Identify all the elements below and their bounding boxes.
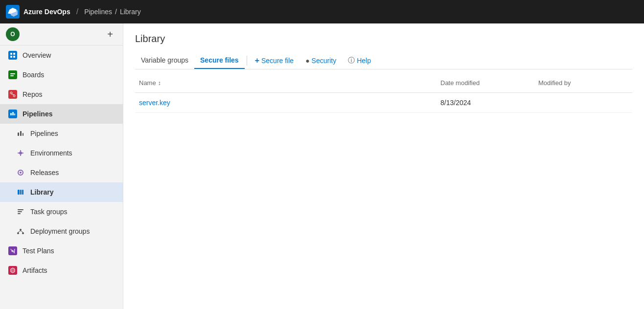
svg-point-7 [13, 95, 15, 97]
breadcrumb-sep-2: / [115, 8, 117, 16]
svg-rect-1 [13, 53, 15, 55]
svg-rect-13 [20, 131, 22, 136]
svg-point-28 [20, 229, 22, 231]
svg-point-29 [17, 232, 19, 234]
deployment-groups-icon [16, 226, 25, 236]
help-icon: ⓘ [348, 56, 355, 65]
svg-rect-19 [22, 153, 23, 154]
svg-point-21 [20, 172, 22, 174]
environments-icon [16, 148, 25, 158]
task-groups-icon [16, 207, 25, 217]
col-header-modified-by: Modified by [534, 77, 632, 88]
artifacts-icon [8, 265, 18, 275]
breadcrumb-sep-1: / [76, 7, 78, 16]
tab-variable-groups[interactable]: Variable groups [135, 52, 194, 69]
svg-rect-2 [10, 56, 12, 58]
boards-icon [8, 70, 18, 80]
sidebar-item-test-plans[interactable]: Test Plans [0, 241, 123, 261]
svg-rect-10 [12, 112, 14, 115]
topbar: Azure DevOps / Pipelines / Library [0, 0, 644, 23]
breadcrumb-pipelines[interactable]: Pipelines [84, 8, 112, 16]
content-area: Library Variable groups Secure files + S… [123, 23, 644, 309]
svg-rect-18 [18, 153, 19, 154]
sidebar-item-pipelines-group-label: Pipelines [23, 110, 52, 118]
tab-secure-files[interactable]: Secure files [194, 52, 245, 69]
tab-divider [247, 56, 247, 66]
tab-add-secure-file[interactable]: + Secure file [249, 52, 300, 69]
tab-help-label: Help [357, 57, 371, 65]
security-icon: ● [305, 57, 309, 65]
file-link[interactable]: server.key [139, 99, 170, 107]
sidebar-item-pipelines[interactable]: Pipelines [0, 124, 123, 143]
svg-rect-4 [10, 73, 15, 74]
overview-icon [8, 50, 18, 60]
row-modified-by-col [534, 95, 632, 110]
page-title: Library [135, 33, 632, 44]
row-date-value: 8/13/2024 [440, 99, 471, 107]
svg-rect-26 [18, 211, 22, 212]
svg-rect-16 [20, 150, 21, 152]
avatar[interactable]: O [6, 27, 20, 41]
svg-rect-0 [10, 53, 12, 55]
svg-rect-22 [18, 190, 20, 195]
svg-line-31 [18, 231, 21, 232]
sidebar-item-releases[interactable]: Releases [0, 163, 123, 182]
svg-rect-5 [10, 75, 14, 76]
sidebar-item-deployment-groups[interactable]: Deployment groups [0, 221, 123, 241]
svg-rect-24 [22, 190, 23, 195]
sidebar: O + Overview [0, 23, 123, 309]
azure-devops-logo[interactable] [6, 5, 20, 19]
sidebar-item-pipelines-label: Pipelines [30, 130, 58, 137]
sidebar-item-pipelines-group[interactable]: Pipelines [0, 104, 123, 124]
sidebar-item-repos-label: Repos [23, 90, 42, 98]
sidebar-item-overview-label: Overview [23, 51, 51, 59]
col-header-name[interactable]: Name ↕ [135, 77, 437, 88]
tab-security-label: Security [312, 57, 337, 65]
row-date-col: 8/13/2024 [437, 95, 534, 110]
sidebar-item-library-label: Library [30, 188, 53, 196]
svg-rect-12 [18, 132, 19, 136]
svg-rect-17 [20, 154, 21, 156]
tab-security[interactable]: ● Security [299, 53, 342, 68]
svg-rect-3 [13, 56, 15, 58]
sidebar-item-environments[interactable]: Environments [0, 143, 123, 163]
sidebar-item-overview[interactable]: Overview [0, 45, 123, 65]
row-name-col: server.key [135, 95, 437, 110]
svg-rect-25 [18, 209, 23, 210]
svg-point-6 [10, 92, 12, 94]
sidebar-item-task-groups[interactable]: Task groups [0, 202, 123, 221]
sidebar-item-artifacts-label: Artifacts [23, 266, 47, 274]
sidebar-item-releases-label: Releases [30, 169, 59, 177]
add-button[interactable]: + [103, 27, 117, 41]
svg-rect-23 [20, 190, 22, 195]
svg-rect-11 [14, 113, 15, 115]
tab-secure-file-label: Secure file [261, 57, 294, 65]
sidebar-item-boards-label: Boards [23, 71, 44, 79]
svg-rect-27 [18, 213, 21, 214]
sidebar-item-repos[interactable]: Repos [0, 85, 123, 104]
releases-icon [16, 168, 25, 177]
test-plans-icon [8, 246, 18, 256]
pipelines-icon [16, 129, 25, 138]
tab-help[interactable]: ⓘ Help [342, 52, 377, 69]
table-row: server.key 8/13/2024 [135, 93, 632, 113]
pipelines-group-icon [8, 109, 18, 119]
org-name[interactable]: Azure DevOps [23, 8, 70, 16]
sidebar-item-artifacts[interactable]: Artifacts [0, 261, 123, 280]
svg-line-8 [11, 94, 14, 95]
sidebar-item-task-groups-label: Task groups [30, 208, 67, 216]
breadcrumb-library[interactable]: Library [120, 8, 141, 16]
sidebar-item-library[interactable]: Library [0, 182, 123, 202]
col-header-date-modified: Date modified [437, 77, 534, 88]
sidebar-item-boards[interactable]: Boards [0, 65, 123, 85]
breadcrumb: Pipelines / Library [84, 8, 141, 16]
sidebar-top: O + [0, 23, 123, 45]
tabs-bar: Variable groups Secure files + Secure fi… [135, 52, 632, 69]
repos-icon [8, 89, 18, 99]
library-icon [16, 187, 25, 197]
plus-icon: + [255, 56, 259, 65]
sort-icon: ↕ [158, 80, 161, 87]
svg-point-30 [22, 232, 24, 234]
svg-point-15 [19, 152, 22, 154]
col-name-label: Name [139, 79, 156, 87]
